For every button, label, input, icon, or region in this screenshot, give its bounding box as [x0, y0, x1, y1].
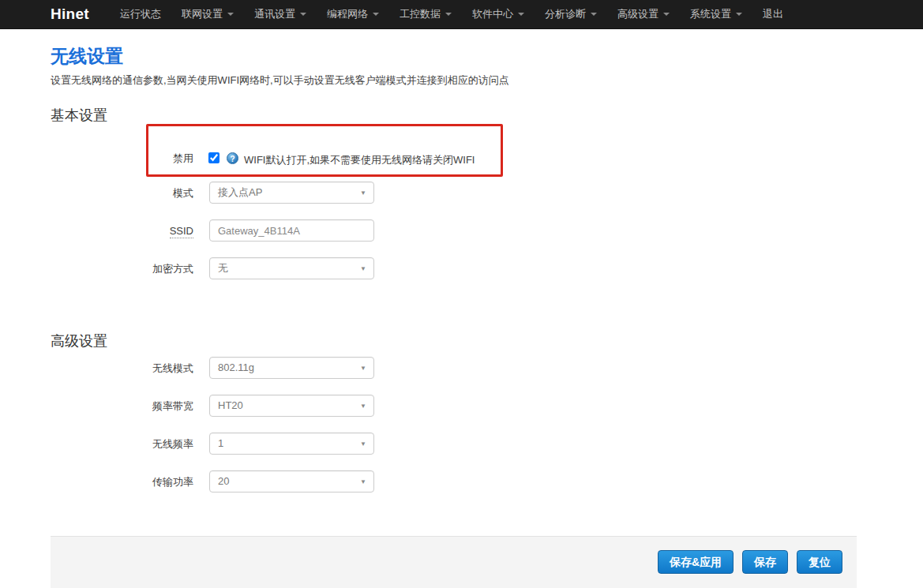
chevron-down-icon: ▼: [360, 358, 366, 378]
chevron-down-icon: [300, 13, 306, 16]
nav-item-system-settings[interactable]: 系统设置: [680, 0, 752, 28]
channel-label: 无线频率: [66, 438, 193, 450]
disable-checkbox[interactable]: [208, 152, 219, 163]
footer-bar: 保存&应用 保存 复位: [51, 536, 857, 588]
page-title: 无线设置: [51, 44, 123, 69]
wireless-mode-select[interactable]: 802.11g ▼: [209, 357, 374, 379]
channel-select[interactable]: 1 ▼: [209, 433, 374, 455]
bandwidth-select[interactable]: HT20 ▼: [209, 395, 374, 417]
chevron-down-icon: [591, 13, 597, 16]
disable-label: 禁用: [66, 152, 193, 164]
nav-item-advanced-settings[interactable]: 高级设置: [607, 0, 680, 28]
chevron-down-icon: [227, 13, 234, 16]
chevron-down-icon: [445, 13, 452, 16]
bandwidth-label: 频率带宽: [66, 400, 193, 412]
chevron-down-icon: ▼: [360, 183, 366, 203]
wireless-mode-label: 无线模式: [66, 362, 193, 374]
tx-power-label: 传输功率: [66, 476, 193, 488]
disable-hint-text: WIFI默认打开,如果不需要使用无线网络请关闭WIFI: [244, 153, 475, 167]
nav-item-industrial-data[interactable]: 工控数据: [389, 0, 462, 28]
nav-item-run-status[interactable]: 运行状态: [110, 0, 171, 28]
brand-logo[interactable]: Hinet: [51, 6, 89, 23]
chevron-down-icon: [736, 13, 742, 16]
encryption-label: 加密方式: [66, 263, 193, 275]
section-heading-advanced: 高级设置: [51, 331, 107, 350]
footer-button-row: 保存&应用 保存 复位: [658, 550, 842, 574]
top-navbar: Hinet 运行状态 联网设置 通讯设置 编程网络 工控数据 软件中心 分析诊断…: [0, 0, 923, 29]
nav-item-programming-network[interactable]: 编程网络: [317, 0, 389, 28]
ssid-label: SSID: [66, 225, 193, 237]
reset-button[interactable]: 复位: [797, 550, 842, 574]
chevron-down-icon: ▼: [360, 472, 366, 492]
chevron-down-icon: ▼: [360, 396, 366, 416]
save-apply-button[interactable]: 保存&应用: [658, 550, 734, 574]
mode-select[interactable]: 接入点AP ▼: [209, 182, 374, 204]
nav-item-logout[interactable]: 退出: [752, 0, 794, 28]
nav-menu: 运行状态 联网设置 通讯设置 编程网络 工控数据 软件中心 分析诊断 高级设置 …: [110, 0, 794, 28]
mode-label: 模式: [66, 187, 193, 199]
tx-power-select[interactable]: 20 ▼: [209, 470, 374, 492]
encryption-select[interactable]: 无 ▼: [209, 257, 374, 279]
nav-item-network-settings[interactable]: 联网设置: [171, 0, 244, 28]
section-heading-basic: 基本设置: [51, 106, 107, 125]
chevron-down-icon: [663, 13, 670, 16]
chevron-down-icon: [518, 13, 524, 16]
nav-item-analysis-diagnosis[interactable]: 分析诊断: [535, 0, 607, 28]
nav-item-comm-settings[interactable]: 通讯设置: [244, 0, 317, 28]
chevron-down-icon: ▼: [360, 259, 366, 279]
chevron-down-icon: ▼: [360, 434, 366, 454]
nav-item-software-center[interactable]: 软件中心: [462, 0, 535, 28]
highlight-annotation-box: [146, 124, 503, 177]
save-button[interactable]: 保存: [742, 550, 788, 574]
page-description: 设置无线网络的通信参数,当网关使用WIFI网络时,可以手动设置无线客户端模式并连…: [51, 73, 509, 88]
chevron-down-icon: [373, 13, 379, 16]
help-icon[interactable]: ?: [227, 152, 238, 164]
ssid-input[interactable]: [209, 219, 374, 242]
